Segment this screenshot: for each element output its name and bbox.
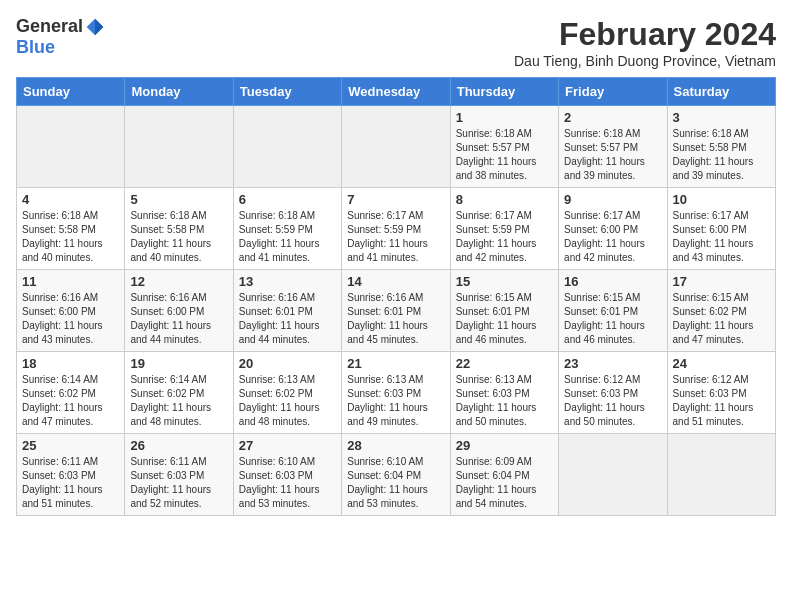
calendar-cell: 29Sunrise: 6:09 AMSunset: 6:04 PMDayligh…: [450, 434, 558, 516]
day-number: 19: [130, 356, 227, 371]
calendar-cell: 5Sunrise: 6:18 AMSunset: 5:58 PMDaylight…: [125, 188, 233, 270]
calendar-cell: 24Sunrise: 6:12 AMSunset: 6:03 PMDayligh…: [667, 352, 775, 434]
calendar-cell: 6Sunrise: 6:18 AMSunset: 5:59 PMDaylight…: [233, 188, 341, 270]
calendar-table: SundayMondayTuesdayWednesdayThursdayFrid…: [16, 77, 776, 516]
calendar-cell: 3Sunrise: 6:18 AMSunset: 5:58 PMDaylight…: [667, 106, 775, 188]
calendar-week-5: 25Sunrise: 6:11 AMSunset: 6:03 PMDayligh…: [17, 434, 776, 516]
day-number: 24: [673, 356, 770, 371]
day-info: Sunrise: 6:10 AMSunset: 6:04 PMDaylight:…: [347, 455, 444, 511]
day-number: 14: [347, 274, 444, 289]
day-info: Sunrise: 6:11 AMSunset: 6:03 PMDaylight:…: [22, 455, 119, 511]
calendar-cell: 7Sunrise: 6:17 AMSunset: 5:59 PMDaylight…: [342, 188, 450, 270]
day-number: 4: [22, 192, 119, 207]
calendar-cell: 4Sunrise: 6:18 AMSunset: 5:58 PMDaylight…: [17, 188, 125, 270]
month-year-title: February 2024: [514, 16, 776, 53]
day-number: 25: [22, 438, 119, 453]
calendar-cell: 14Sunrise: 6:16 AMSunset: 6:01 PMDayligh…: [342, 270, 450, 352]
day-info: Sunrise: 6:18 AMSunset: 5:57 PMDaylight:…: [564, 127, 661, 183]
calendar-cell: 27Sunrise: 6:10 AMSunset: 6:03 PMDayligh…: [233, 434, 341, 516]
calendar-cell: [667, 434, 775, 516]
calendar-cell: 26Sunrise: 6:11 AMSunset: 6:03 PMDayligh…: [125, 434, 233, 516]
day-info: Sunrise: 6:14 AMSunset: 6:02 PMDaylight:…: [22, 373, 119, 429]
calendar-cell: [233, 106, 341, 188]
calendar-cell: 12Sunrise: 6:16 AMSunset: 6:00 PMDayligh…: [125, 270, 233, 352]
day-info: Sunrise: 6:10 AMSunset: 6:03 PMDaylight:…: [239, 455, 336, 511]
calendar-cell: [342, 106, 450, 188]
day-number: 20: [239, 356, 336, 371]
day-info: Sunrise: 6:18 AMSunset: 5:58 PMDaylight:…: [22, 209, 119, 265]
calendar-cell: 22Sunrise: 6:13 AMSunset: 6:03 PMDayligh…: [450, 352, 558, 434]
day-number: 22: [456, 356, 553, 371]
calendar-week-1: 1Sunrise: 6:18 AMSunset: 5:57 PMDaylight…: [17, 106, 776, 188]
logo: General Blue: [16, 16, 105, 58]
logo-general-text: General: [16, 16, 83, 37]
calendar-cell: 19Sunrise: 6:14 AMSunset: 6:02 PMDayligh…: [125, 352, 233, 434]
day-info: Sunrise: 6:18 AMSunset: 5:57 PMDaylight:…: [456, 127, 553, 183]
calendar-cell: 2Sunrise: 6:18 AMSunset: 5:57 PMDaylight…: [559, 106, 667, 188]
calendar-cell: 15Sunrise: 6:15 AMSunset: 6:01 PMDayligh…: [450, 270, 558, 352]
calendar-cell: 17Sunrise: 6:15 AMSunset: 6:02 PMDayligh…: [667, 270, 775, 352]
calendar-cell: 16Sunrise: 6:15 AMSunset: 6:01 PMDayligh…: [559, 270, 667, 352]
calendar-cell: 25Sunrise: 6:11 AMSunset: 6:03 PMDayligh…: [17, 434, 125, 516]
day-info: Sunrise: 6:17 AMSunset: 6:00 PMDaylight:…: [564, 209, 661, 265]
day-info: Sunrise: 6:16 AMSunset: 6:00 PMDaylight:…: [130, 291, 227, 347]
day-number: 10: [673, 192, 770, 207]
calendar-cell: [17, 106, 125, 188]
day-number: 16: [564, 274, 661, 289]
calendar-cell: 28Sunrise: 6:10 AMSunset: 6:04 PMDayligh…: [342, 434, 450, 516]
day-number: 3: [673, 110, 770, 125]
calendar-cell: 8Sunrise: 6:17 AMSunset: 5:59 PMDaylight…: [450, 188, 558, 270]
day-info: Sunrise: 6:13 AMSunset: 6:03 PMDaylight:…: [347, 373, 444, 429]
day-info: Sunrise: 6:12 AMSunset: 6:03 PMDaylight:…: [564, 373, 661, 429]
day-number: 15: [456, 274, 553, 289]
calendar-cell: 20Sunrise: 6:13 AMSunset: 6:02 PMDayligh…: [233, 352, 341, 434]
day-number: 27: [239, 438, 336, 453]
calendar-cell: [559, 434, 667, 516]
day-number: 11: [22, 274, 119, 289]
day-number: 26: [130, 438, 227, 453]
day-number: 13: [239, 274, 336, 289]
calendar-cell: 23Sunrise: 6:12 AMSunset: 6:03 PMDayligh…: [559, 352, 667, 434]
day-info: Sunrise: 6:16 AMSunset: 6:01 PMDaylight:…: [239, 291, 336, 347]
calendar-cell: [125, 106, 233, 188]
day-info: Sunrise: 6:17 AMSunset: 6:00 PMDaylight:…: [673, 209, 770, 265]
day-info: Sunrise: 6:14 AMSunset: 6:02 PMDaylight:…: [130, 373, 227, 429]
day-info: Sunrise: 6:17 AMSunset: 5:59 PMDaylight:…: [456, 209, 553, 265]
day-info: Sunrise: 6:18 AMSunset: 5:59 PMDaylight:…: [239, 209, 336, 265]
day-number: 1: [456, 110, 553, 125]
header-monday: Monday: [125, 78, 233, 106]
title-area: February 2024 Dau Tieng, Binh Duong Prov…: [514, 16, 776, 69]
logo-icon: [85, 17, 105, 37]
logo-blue-text: Blue: [16, 37, 55, 57]
header-tuesday: Tuesday: [233, 78, 341, 106]
location-subtitle: Dau Tieng, Binh Duong Province, Vietnam: [514, 53, 776, 69]
day-info: Sunrise: 6:15 AMSunset: 6:02 PMDaylight:…: [673, 291, 770, 347]
calendar-cell: 1Sunrise: 6:18 AMSunset: 5:57 PMDaylight…: [450, 106, 558, 188]
calendar-cell: 10Sunrise: 6:17 AMSunset: 6:00 PMDayligh…: [667, 188, 775, 270]
day-info: Sunrise: 6:16 AMSunset: 6:00 PMDaylight:…: [22, 291, 119, 347]
svg-marker-1: [95, 18, 103, 35]
day-info: Sunrise: 6:13 AMSunset: 6:03 PMDaylight:…: [456, 373, 553, 429]
day-info: Sunrise: 6:12 AMSunset: 6:03 PMDaylight:…: [673, 373, 770, 429]
day-number: 17: [673, 274, 770, 289]
day-info: Sunrise: 6:18 AMSunset: 5:58 PMDaylight:…: [130, 209, 227, 265]
day-number: 23: [564, 356, 661, 371]
calendar-week-2: 4Sunrise: 6:18 AMSunset: 5:58 PMDaylight…: [17, 188, 776, 270]
calendar-cell: 11Sunrise: 6:16 AMSunset: 6:00 PMDayligh…: [17, 270, 125, 352]
day-number: 18: [22, 356, 119, 371]
day-number: 21: [347, 356, 444, 371]
day-info: Sunrise: 6:09 AMSunset: 6:04 PMDaylight:…: [456, 455, 553, 511]
day-number: 8: [456, 192, 553, 207]
header-friday: Friday: [559, 78, 667, 106]
header-thursday: Thursday: [450, 78, 558, 106]
header: General Blue February 2024 Dau Tieng, Bi…: [16, 16, 776, 69]
calendar-header-row: SundayMondayTuesdayWednesdayThursdayFrid…: [17, 78, 776, 106]
day-number: 6: [239, 192, 336, 207]
day-number: 7: [347, 192, 444, 207]
day-number: 9: [564, 192, 661, 207]
calendar-week-4: 18Sunrise: 6:14 AMSunset: 6:02 PMDayligh…: [17, 352, 776, 434]
header-sunday: Sunday: [17, 78, 125, 106]
calendar-cell: 18Sunrise: 6:14 AMSunset: 6:02 PMDayligh…: [17, 352, 125, 434]
day-number: 29: [456, 438, 553, 453]
day-info: Sunrise: 6:13 AMSunset: 6:02 PMDaylight:…: [239, 373, 336, 429]
